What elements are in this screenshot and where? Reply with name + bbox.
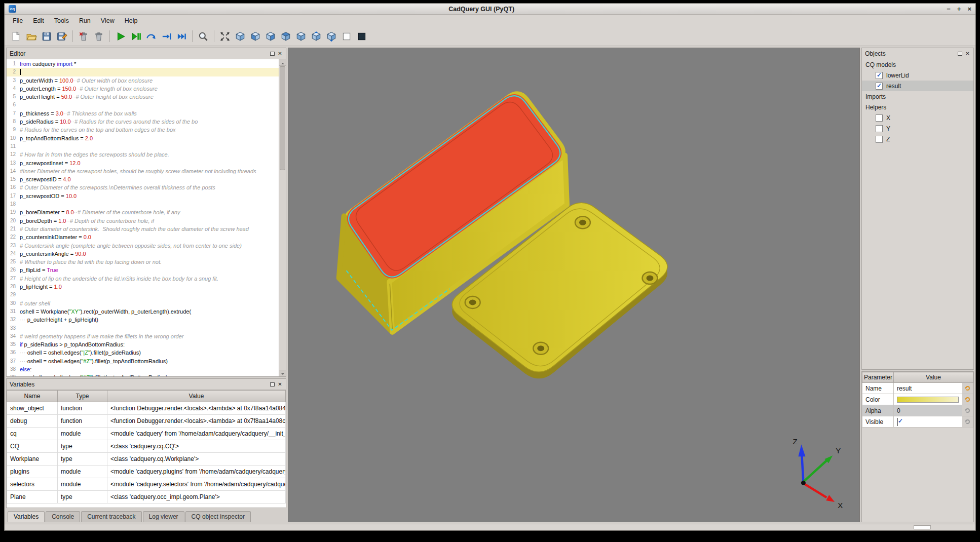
code-line-37[interactable]: 37····oshell = oshell.edges("#Z").fillet… [7, 357, 279, 365]
debug-button[interactable] [128, 29, 143, 44]
variable-row-cq[interactable]: cqmodule<module 'cadquery' from '/home/a… [7, 428, 286, 440]
view-back-button[interactable] [263, 29, 278, 44]
visibility-checkbox[interactable] [876, 114, 883, 122]
code-line-22[interactable]: 22p_countersinkDiameter = 0.0 [7, 233, 279, 241]
code-line-21[interactable]: 21# Outer diameter of countersink. Shoul… [7, 225, 279, 233]
close-panel-icon[interactable] [277, 381, 283, 387]
menu-run[interactable]: Run [74, 16, 96, 26]
visibility-checkbox[interactable] [876, 72, 883, 79]
menu-tools[interactable]: Tools [49, 16, 74, 26]
view-front-button[interactable] [248, 29, 263, 44]
code-line-15[interactable]: 15p_screwpostID = 4.0 [7, 175, 279, 183]
code-area[interactable]: 1from cadquery import *23p_outerWidth = … [7, 60, 279, 376]
code-line-28[interactable]: 28p_lipHeight = 1.0 [7, 283, 279, 291]
code-line-18[interactable]: 18 [7, 200, 279, 208]
parameter-column-parameter[interactable]: Parameter [862, 372, 894, 383]
code-line-5[interactable]: 5p_outerHeight = 50.0··# Outer height of… [7, 93, 279, 101]
code-line-19[interactable]: 19p_boreDiameter = 8.0··# Diameter of th… [7, 208, 279, 216]
code-line-20[interactable]: 20p_boreDepth = 1.0··# Depth of the coun… [7, 217, 279, 225]
visibility-checkbox[interactable] [876, 136, 883, 143]
code-line-35[interactable]: 35if p_sideRadius > p_topAndBottomRadius… [7, 340, 279, 349]
new-file-button[interactable] [9, 29, 24, 44]
editor-scrollbar[interactable] [279, 59, 286, 376]
code-line-39[interactable]: 39····oshell = oshell.edges("#Z").fillet… [7, 373, 279, 376]
step-over-button[interactable] [143, 29, 159, 44]
variable-row-plane[interactable]: Planetype<class 'cadquery.occ_impl.geom.… [7, 491, 286, 504]
object-item-cq-models[interactable]: CQ models [862, 59, 973, 70]
code-line-3[interactable]: 3p_outerWidth = 100.0··# Outer width of … [7, 76, 279, 85]
code-line-8[interactable]: 8p_sideRadius = 10.0··# Radius for the c… [7, 118, 279, 126]
parameter-row-alpha[interactable]: Alpha0 [862, 405, 973, 416]
variables-column-value[interactable]: Value [107, 391, 286, 402]
tab-cq-object-inspector[interactable]: CQ object inspector [185, 511, 251, 522]
title-bar[interactable]: cq CadQuery GUI (PyQT) − + × [5, 4, 975, 15]
code-line-1[interactable]: 1from cadquery import * [7, 60, 279, 68]
delete-button[interactable] [76, 29, 91, 44]
code-line-6[interactable]: 6 [7, 101, 279, 109]
parameter-row-color[interactable]: Color [862, 394, 973, 405]
code-line-27[interactable]: 27# Height of lip on the underside of th… [7, 275, 279, 283]
float-panel-icon[interactable] [270, 382, 275, 386]
code-line-13[interactable]: 13p_screwpostInset = 12.0 [7, 159, 279, 167]
variable-row-selectors[interactable]: selectorsmodule<module 'cadquery.selecto… [7, 478, 286, 491]
color-swatch[interactable] [897, 397, 959, 403]
black-square-view-button[interactable] [354, 29, 369, 44]
render-button[interactable] [113, 29, 128, 44]
code-line-17[interactable]: 17p_screwpostOD = 10.0 [7, 192, 279, 200]
view-bottom-button[interactable] [324, 29, 339, 44]
reset-icon[interactable] [965, 386, 970, 391]
maximize-button[interactable]: + [957, 5, 961, 13]
code-line-10[interactable]: 10p_topAndBottomRadius = 2.0 [7, 134, 279, 142]
code-line-34[interactable]: 34# weird geometry happens if we make th… [7, 332, 279, 340]
code-line-33[interactable]: 33 [7, 324, 279, 332]
code-line-30[interactable]: 30# outer shell [7, 299, 279, 307]
reset-icon[interactable] [965, 408, 970, 413]
parameter-row-name[interactable]: Nameresult [862, 383, 973, 394]
code-line-2[interactable]: 2 [7, 68, 279, 76]
object-item-result[interactable]: result [862, 81, 973, 91]
parameter-column-value[interactable]: Value [894, 372, 973, 383]
code-line-7[interactable]: 7p_thickness = 3.0··# Thickness of the b… [7, 109, 279, 118]
visible-checkbox[interactable] [897, 418, 898, 426]
code-line-9[interactable]: 9# Radius for the curves on the top and … [7, 126, 279, 134]
scrollbar-thumb[interactable] [280, 66, 285, 170]
step-into-button[interactable] [159, 29, 174, 44]
menu-view[interactable]: View [96, 16, 120, 26]
object-item-helpers[interactable]: Helpers [862, 102, 973, 112]
code-line-4[interactable]: 4p_outerLength = 150.0··# Outer length o… [7, 85, 279, 93]
visibility-checkbox[interactable] [876, 83, 883, 90]
fit-all-button[interactable] [217, 29, 233, 44]
close-button[interactable]: × [967, 5, 971, 13]
code-line-36[interactable]: 36····oshell = oshell.edges("|Z").fillet… [7, 349, 279, 357]
float-panel-icon[interactable] [958, 52, 962, 56]
object-item-lowerlid[interactable]: lowerLid [862, 70, 973, 81]
code-line-16[interactable]: 16# Outer Diameter of the screwposts.\nD… [7, 183, 279, 191]
scroll-down-icon[interactable] [279, 370, 286, 376]
code-line-14[interactable]: 14#Inner Diameter of the screwpost holes… [7, 167, 279, 175]
white-square-view-button[interactable] [339, 29, 354, 44]
view-axonometric-button[interactable] [233, 29, 248, 44]
scroll-up-icon[interactable] [279, 59, 286, 66]
close-panel-icon[interactable] [965, 51, 970, 56]
code-line-32[interactable]: 32····p_outerHeight + p_lipHeight) [7, 316, 279, 324]
code-line-31[interactable]: 31oshell = Workplane("XY").rect(p_outerW… [7, 307, 279, 316]
code-line-25[interactable]: 25# Whether to place the lid with the to… [7, 258, 279, 266]
viewport-canvas[interactable]: Z Y X [288, 48, 859, 522]
menu-file[interactable]: File [8, 16, 28, 26]
variable-row-plugins[interactable]: pluginsmodule<module 'cadquery.plugins' … [7, 466, 286, 478]
view-right-button[interactable] [293, 29, 309, 44]
object-item-y[interactable]: Y [862, 123, 973, 134]
tab-current-traceback[interactable]: Current traceback [81, 511, 141, 522]
tab-log-viewer[interactable]: Log viewer [143, 511, 184, 522]
code-line-38[interactable]: 38else: [7, 365, 279, 373]
status-grip[interactable] [914, 525, 931, 529]
tab-console[interactable]: Console [46, 511, 80, 522]
variable-row-cq[interactable]: CQtype<class 'cadquery.cq.CQ'> [7, 440, 286, 453]
object-item-x[interactable]: X [862, 112, 973, 123]
continue-button[interactable] [174, 29, 189, 44]
reset-icon[interactable] [965, 397, 970, 402]
object-item-imports[interactable]: Imports [862, 91, 973, 102]
variables-column-type[interactable]: Type [58, 391, 107, 402]
variables-column-name[interactable]: Name [7, 391, 58, 402]
code-line-24[interactable]: 24p_countersinkAngle = 90.0 [7, 250, 279, 258]
